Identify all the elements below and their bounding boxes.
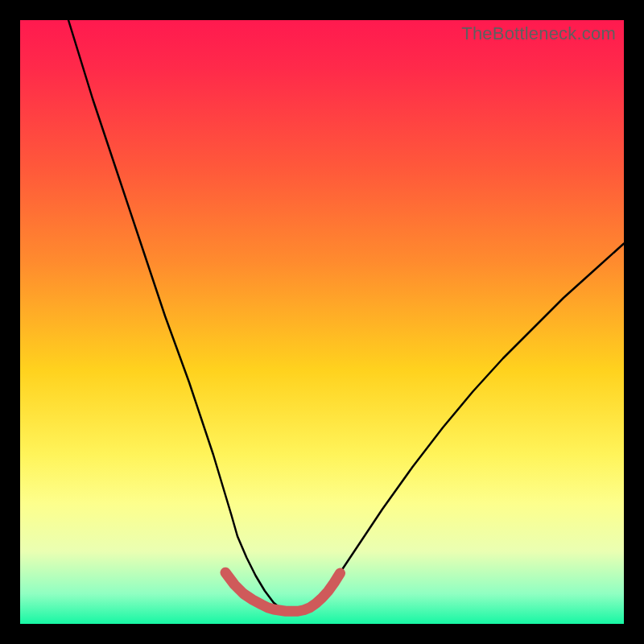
series-right-curve (292, 244, 625, 613)
chart-frame: TheBottleneck.com (20, 20, 624, 624)
chart-svg (20, 20, 624, 624)
series-left-curve (68, 20, 292, 612)
watermark-text: TheBottleneck.com (461, 23, 616, 44)
series-bottom-highlight (225, 572, 341, 611)
